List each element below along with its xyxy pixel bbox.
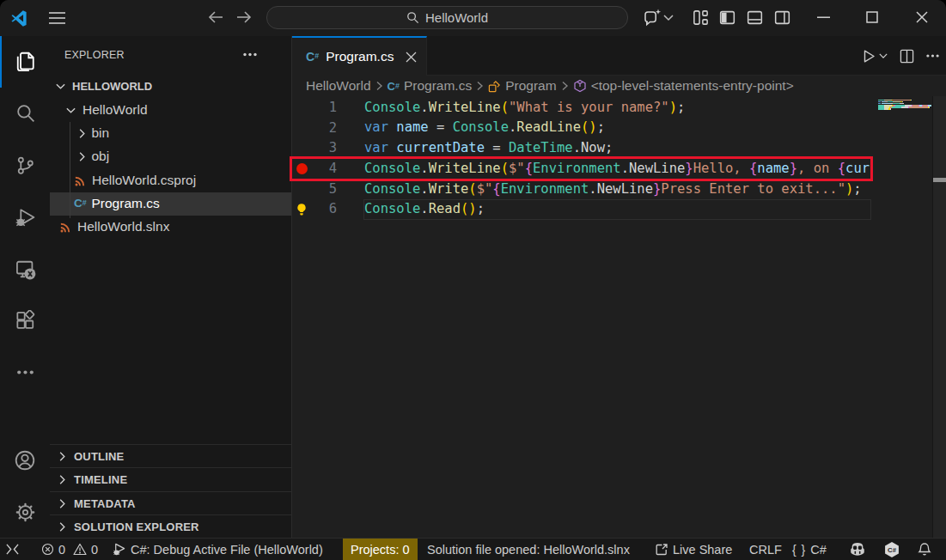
activity-bar-item-search[interactable] [0, 88, 50, 137]
tree-item-program-cs[interactable]: C#Program.cs [50, 192, 291, 216]
overview-ruler-marker [933, 178, 946, 182]
tab-label: Program.cs [326, 49, 394, 64]
breadcrumb-item-entry-point[interactable]: <top-level-statements-entry-point> [573, 78, 794, 94]
bell-icon [918, 542, 931, 557]
go-forward-button[interactable] [235, 9, 252, 25]
remote-explorer-icon [15, 259, 36, 280]
chevron-right-icon [57, 521, 68, 533]
close-tab-icon[interactable] [406, 52, 417, 63]
more-icon [15, 362, 36, 383]
status-item-csdevkit[interactable]: C# [883, 539, 900, 560]
extensions-icon [15, 310, 36, 332]
section-outline[interactable]: OUTLINE [50, 444, 291, 467]
activity-bar-item-source-control[interactable] [0, 140, 50, 190]
tree-item-bin[interactable]: bin [50, 122, 291, 145]
tab-program-cs[interactable]: C# Program.cs [292, 36, 427, 76]
tree-item-helloworld[interactable]: HELLOWORLD [50, 75, 291, 98]
status-item-live-share[interactable]: Live Share [655, 539, 732, 560]
status-item-c-debug-active-file-helloworld[interactable]: C#: Debug Active File (HelloWorld) [112, 539, 323, 560]
activity-bar-item-extensions[interactable] [0, 295, 50, 345]
breadcrumb-item-program[interactable]: Program [488, 78, 556, 94]
tree-item-obj[interactable]: obj [50, 145, 291, 168]
vscode-window: HelloWorld EXP [0, 0, 946, 560]
explorer-sidebar: EXPLORER HELLOWORLDHelloWorldbinobjHello… [50, 36, 292, 538]
run-or-debug-button[interactable] [862, 49, 888, 64]
breadcrumb-separator-icon [476, 81, 484, 91]
status-item-solution-file-opened-helloworld-slnx[interactable]: Solution file opened: HelloWorld.slnx [427, 539, 630, 560]
menu-icon[interactable] [49, 11, 65, 25]
status-item-bell[interactable] [918, 539, 931, 560]
scrollbar-track[interactable] [932, 96, 946, 538]
status-item-projects-0[interactable]: Projects: 0 [343, 539, 418, 560]
section-timeline[interactable]: TIMELINE [50, 467, 291, 490]
explorer-more-actions-icon[interactable] [243, 52, 257, 57]
status-item-0[interactable]: 00 [41, 539, 98, 560]
section-metadata[interactable]: METADATA [50, 491, 291, 514]
csharp-file-icon: C# [306, 50, 319, 64]
project-file-icon [59, 221, 72, 234]
code-area[interactable]: 123456 Console.WriteLine("What is your n… [292, 96, 946, 538]
annotation-highlight-box [290, 156, 873, 181]
minimap[interactable] [873, 96, 932, 538]
tree-item-helloworld[interactable]: HelloWorld [50, 99, 291, 122]
breadcrumbs: HelloWorldC#Program.csProgram<top-level-… [292, 76, 946, 96]
error-icon [41, 543, 54, 556]
search-icon [15, 102, 36, 124]
chevron-right-icon [57, 474, 68, 485]
live-share-icon [655, 543, 668, 557]
toggle-primary-sidebar-button[interactable] [718, 9, 736, 27]
copilot-dropdown-chevron-icon[interactable] [663, 14, 674, 21]
activity-bar-item-remote-explorer[interactable] [0, 244, 50, 294]
section-solution-explorer[interactable]: SOLUTION EXPLORER [50, 514, 291, 538]
breadcrumb-item-helloworld[interactable]: HelloWorld [306, 78, 371, 94]
breadcrumb-separator-icon [561, 81, 569, 91]
customize-layout-button[interactable] [692, 9, 710, 27]
line-number-5[interactable]: 5 [309, 180, 337, 200]
project-file-icon [74, 174, 87, 187]
line-number-6[interactable]: 6 [309, 199, 337, 220]
status-item-copilot[interactable] [849, 539, 866, 560]
line-number-2[interactable]: 2 [309, 119, 337, 139]
activity-bar-item-explorer[interactable] [0, 36, 50, 86]
split-editor-button[interactable] [900, 49, 914, 64]
close-window-button[interactable] [916, 11, 928, 23]
command-center-search[interactable]: HelloWorld [266, 6, 628, 29]
activity-bar-item-settings[interactable] [0, 487, 50, 537]
settings-icon [15, 502, 36, 523]
sidebar-title: EXPLORER [64, 49, 125, 61]
tree-item-helloworld-slnx[interactable]: HelloWorld.slnx [50, 216, 291, 239]
activity-bar-item-run-debug[interactable] [0, 192, 50, 242]
breadcrumb-separator-icon [375, 81, 383, 91]
code-line-2: var name = Console.ReadLine(); [364, 118, 873, 138]
search-icon [406, 11, 419, 24]
status-item-crlf[interactable]: CRLF [749, 539, 782, 560]
svg-text:C#: C# [888, 546, 897, 554]
chevron-down-icon [55, 81, 66, 92]
line-number-1[interactable]: 1 [309, 98, 337, 119]
chevron-right-icon [76, 151, 88, 162]
tree-item-helloworld-csproj[interactable]: HelloWorld.csproj [50, 169, 291, 192]
status-item-c[interactable]: { }C# [792, 539, 827, 560]
copilot-icon [849, 541, 866, 557]
minimize-button[interactable] [817, 16, 830, 19]
csdevkit-icon: C# [883, 541, 900, 558]
search-text: HelloWorld [425, 10, 488, 25]
code-line-5: Console.Write($"{Environment.NewLine}Pre… [364, 180, 873, 200]
breadcrumb-item-program-cs[interactable]: C#Program.cs [388, 78, 473, 94]
activity-bar-item-accounts[interactable] [0, 435, 50, 485]
source-control-icon [15, 155, 36, 176]
tab-bar: C# Program.cs [292, 36, 946, 76]
go-back-button[interactable] [208, 9, 224, 25]
lightbulb-icon[interactable] [295, 203, 308, 216]
title-bar: HelloWorld [0, 0, 946, 36]
code-line-1: Console.WriteLine("What is your name?"); [364, 98, 873, 119]
activity-bar-item-more[interactable] [0, 347, 50, 397]
toggle-secondary-sidebar-button[interactable] [773, 9, 791, 27]
copilot-icon[interactable] [642, 8, 662, 28]
chevron-down-icon [65, 105, 76, 116]
editor-more-actions-icon[interactable] [926, 54, 939, 58]
toggle-panel-button[interactable] [746, 9, 764, 27]
accounts-icon [14, 449, 36, 472]
maximize-button[interactable] [866, 11, 878, 23]
status-item-remote-indicator[interactable] [5, 539, 20, 560]
